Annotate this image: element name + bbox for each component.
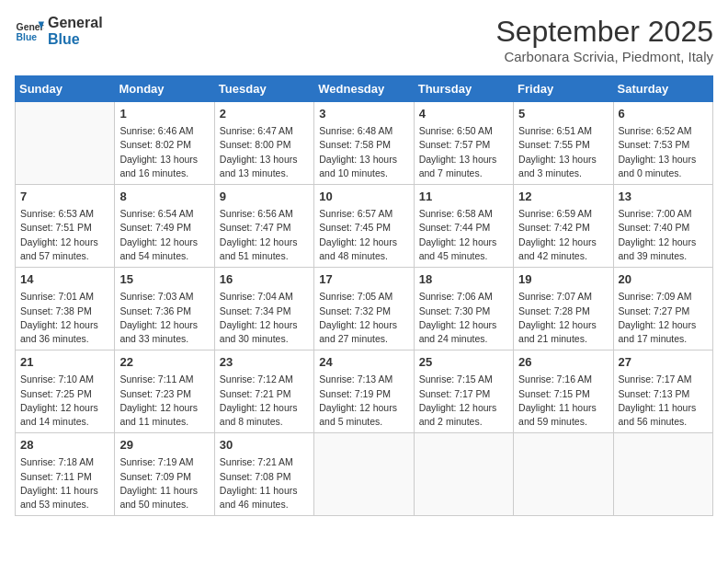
day-number: 3 [319, 106, 408, 122]
calendar-cell: 23Sunrise: 7:12 AM Sunset: 7:21 PM Dayli… [214, 350, 313, 433]
calendar-cell: 30Sunrise: 7:21 AM Sunset: 7:08 PM Dayli… [214, 433, 313, 516]
calendar-cell: 14Sunrise: 7:01 AM Sunset: 7:38 PM Dayli… [16, 268, 115, 350]
calendar-cell: 4Sunrise: 6:50 AM Sunset: 7:57 PM Daylig… [414, 102, 513, 185]
day-number: 30 [220, 437, 309, 454]
day-info: Sunrise: 7:19 AM Sunset: 7:09 PM Dayligh… [119, 455, 209, 511]
day-info: Sunrise: 7:01 AM Sunset: 7:38 PM Dayligh… [20, 290, 109, 346]
logo-icon: General Blue [15, 18, 44, 44]
calendar-week-4: 21Sunrise: 7:10 AM Sunset: 7:25 PM Dayli… [16, 350, 713, 433]
day-info: Sunrise: 7:10 AM Sunset: 7:25 PM Dayligh… [20, 373, 109, 429]
calendar-cell [613, 433, 712, 516]
day-number: 23 [220, 354, 309, 371]
calendar-cell: 1Sunrise: 6:46 AM Sunset: 8:02 PM Daylig… [115, 102, 214, 185]
column-header-friday: Friday [514, 76, 613, 102]
day-number: 13 [619, 189, 708, 205]
day-number: 14 [20, 271, 109, 288]
day-info: Sunrise: 7:06 AM Sunset: 7:30 PM Dayligh… [419, 290, 508, 346]
calendar-cell [414, 433, 513, 516]
calendar-cell: 9Sunrise: 6:56 AM Sunset: 7:47 PM Daylig… [214, 185, 313, 268]
calendar-cell: 25Sunrise: 7:15 AM Sunset: 7:17 PM Dayli… [414, 350, 513, 433]
day-number: 9 [220, 189, 309, 205]
day-info: Sunrise: 7:11 AM Sunset: 7:23 PM Dayligh… [119, 373, 209, 429]
calendar-week-1: 1Sunrise: 6:46 AM Sunset: 8:02 PM Daylig… [16, 102, 713, 185]
calendar-cell: 27Sunrise: 7:17 AM Sunset: 7:13 PM Dayli… [613, 350, 712, 433]
day-info: Sunrise: 6:56 AM Sunset: 7:47 PM Dayligh… [220, 207, 309, 263]
day-number: 4 [419, 106, 508, 122]
calendar-week-5: 28Sunrise: 7:18 AM Sunset: 7:11 PM Dayli… [16, 433, 713, 516]
day-number: 5 [518, 106, 608, 122]
calendar-header-row: SundayMondayTuesdayWednesdayThursdayFrid… [16, 76, 713, 102]
day-number: 20 [619, 271, 708, 288]
day-info: Sunrise: 7:12 AM Sunset: 7:21 PM Dayligh… [220, 373, 309, 429]
day-number: 18 [419, 271, 508, 288]
day-info: Sunrise: 7:17 AM Sunset: 7:13 PM Dayligh… [619, 373, 708, 429]
day-info: Sunrise: 7:00 AM Sunset: 7:40 PM Dayligh… [619, 207, 708, 263]
day-info: Sunrise: 6:57 AM Sunset: 7:45 PM Dayligh… [319, 207, 408, 263]
day-number: 8 [119, 189, 209, 205]
calendar-cell: 19Sunrise: 7:07 AM Sunset: 7:28 PM Dayli… [514, 268, 613, 350]
day-info: Sunrise: 6:46 AM Sunset: 8:02 PM Dayligh… [119, 124, 209, 180]
day-info: Sunrise: 7:03 AM Sunset: 7:36 PM Dayligh… [119, 290, 209, 346]
logo: General Blue General Blue [15, 15, 103, 47]
calendar-body: 1Sunrise: 6:46 AM Sunset: 8:02 PM Daylig… [16, 102, 713, 516]
calendar-cell: 7Sunrise: 6:53 AM Sunset: 7:51 PM Daylig… [16, 185, 115, 268]
title-block: September 2025 Carbonara Scrivia, Piedmo… [495, 15, 713, 64]
calendar-cell: 5Sunrise: 6:51 AM Sunset: 7:55 PM Daylig… [514, 102, 613, 185]
day-number: 27 [619, 354, 708, 371]
day-number: 26 [518, 354, 608, 371]
day-number: 28 [20, 437, 109, 454]
day-info: Sunrise: 7:13 AM Sunset: 7:19 PM Dayligh… [319, 373, 408, 429]
day-number: 1 [119, 106, 209, 122]
day-info: Sunrise: 7:21 AM Sunset: 7:08 PM Dayligh… [220, 455, 309, 511]
column-header-sunday: Sunday [16, 76, 115, 102]
day-info: Sunrise: 6:48 AM Sunset: 7:58 PM Dayligh… [319, 124, 408, 180]
calendar-cell: 6Sunrise: 6:52 AM Sunset: 7:53 PM Daylig… [613, 102, 712, 185]
calendar-cell [314, 433, 414, 516]
column-header-wednesday: Wednesday [314, 76, 414, 102]
logo-blue: Blue [48, 31, 103, 48]
day-info: Sunrise: 7:04 AM Sunset: 7:34 PM Dayligh… [220, 290, 309, 346]
calendar-cell: 3Sunrise: 6:48 AM Sunset: 7:58 PM Daylig… [314, 102, 414, 185]
column-header-tuesday: Tuesday [214, 76, 313, 102]
calendar-cell: 24Sunrise: 7:13 AM Sunset: 7:19 PM Dayli… [314, 350, 414, 433]
day-number: 12 [518, 189, 608, 205]
day-number: 16 [220, 271, 309, 288]
day-info: Sunrise: 7:15 AM Sunset: 7:17 PM Dayligh… [419, 373, 508, 429]
day-number: 17 [319, 271, 408, 288]
day-number: 29 [119, 437, 209, 454]
logo-general: General [48, 15, 103, 31]
day-info: Sunrise: 6:47 AM Sunset: 8:00 PM Dayligh… [220, 124, 309, 180]
day-info: Sunrise: 6:50 AM Sunset: 7:57 PM Dayligh… [419, 124, 508, 180]
day-number: 22 [119, 354, 209, 371]
day-info: Sunrise: 6:58 AM Sunset: 7:44 PM Dayligh… [419, 207, 508, 263]
day-info: Sunrise: 7:07 AM Sunset: 7:28 PM Dayligh… [518, 290, 608, 346]
calendar-cell: 16Sunrise: 7:04 AM Sunset: 7:34 PM Dayli… [214, 268, 313, 350]
calendar-cell: 28Sunrise: 7:18 AM Sunset: 7:11 PM Dayli… [16, 433, 115, 516]
calendar-cell: 17Sunrise: 7:05 AM Sunset: 7:32 PM Dayli… [314, 268, 414, 350]
day-number: 6 [619, 106, 708, 122]
calendar-table: SundayMondayTuesdayWednesdayThursdayFrid… [15, 75, 713, 516]
calendar-cell: 21Sunrise: 7:10 AM Sunset: 7:25 PM Dayli… [16, 350, 115, 433]
calendar-cell: 29Sunrise: 7:19 AM Sunset: 7:09 PM Dayli… [115, 433, 214, 516]
day-info: Sunrise: 7:18 AM Sunset: 7:11 PM Dayligh… [20, 455, 109, 511]
calendar-cell: 8Sunrise: 6:54 AM Sunset: 7:49 PM Daylig… [115, 185, 214, 268]
calendar-cell: 20Sunrise: 7:09 AM Sunset: 7:27 PM Dayli… [613, 268, 712, 350]
column-header-monday: Monday [115, 76, 214, 102]
calendar-cell: 13Sunrise: 7:00 AM Sunset: 7:40 PM Dayli… [613, 185, 712, 268]
day-info: Sunrise: 6:54 AM Sunset: 7:49 PM Dayligh… [119, 207, 209, 263]
column-header-thursday: Thursday [414, 76, 513, 102]
day-info: Sunrise: 7:05 AM Sunset: 7:32 PM Dayligh… [319, 290, 408, 346]
calendar-cell: 18Sunrise: 7:06 AM Sunset: 7:30 PM Dayli… [414, 268, 513, 350]
day-number: 25 [419, 354, 508, 371]
day-info: Sunrise: 6:53 AM Sunset: 7:51 PM Dayligh… [20, 207, 109, 263]
calendar-cell: 26Sunrise: 7:16 AM Sunset: 7:15 PM Dayli… [514, 350, 613, 433]
day-number: 24 [319, 354, 408, 371]
day-info: Sunrise: 6:52 AM Sunset: 7:53 PM Dayligh… [619, 124, 708, 180]
calendar-cell: 22Sunrise: 7:11 AM Sunset: 7:23 PM Dayli… [115, 350, 214, 433]
day-number: 19 [518, 271, 608, 288]
column-header-saturday: Saturday [613, 76, 712, 102]
calendar-cell: 11Sunrise: 6:58 AM Sunset: 7:44 PM Dayli… [414, 185, 513, 268]
day-number: 10 [319, 189, 408, 205]
svg-text:Blue: Blue [17, 32, 38, 42]
day-info: Sunrise: 6:51 AM Sunset: 7:55 PM Dayligh… [518, 124, 608, 180]
